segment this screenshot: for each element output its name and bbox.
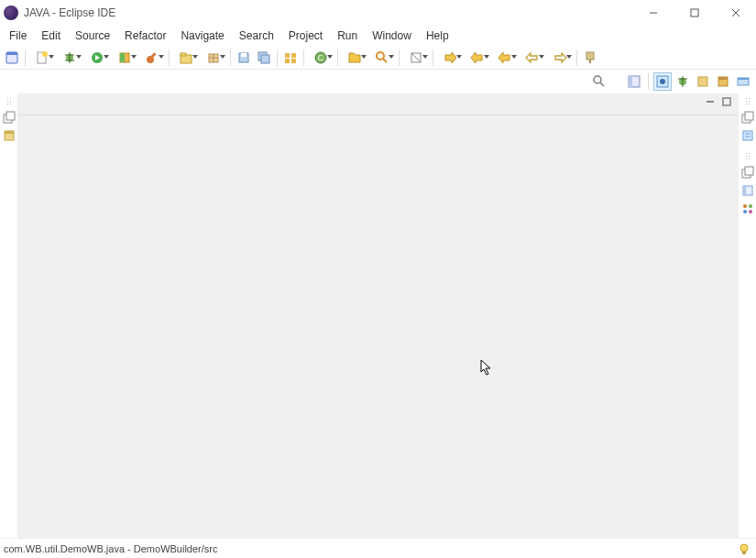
svg-rect-48 bbox=[698, 77, 707, 86]
perspective-bar bbox=[0, 70, 756, 93]
new-button[interactable] bbox=[29, 49, 55, 67]
toolbar-separator bbox=[337, 49, 338, 66]
back-button[interactable] bbox=[520, 49, 545, 67]
menu-source[interactable]: Source bbox=[68, 27, 117, 44]
quick-access-search-icon[interactable] bbox=[590, 72, 608, 91]
toolbar-separator bbox=[576, 49, 577, 66]
new-java-project-button[interactable] bbox=[173, 49, 199, 67]
svg-point-72 bbox=[740, 544, 748, 552]
svg-point-68 bbox=[743, 204, 747, 208]
menu-file[interactable]: File bbox=[2, 27, 34, 44]
maximize-view-icon[interactable] bbox=[721, 96, 734, 109]
search-button[interactable] bbox=[369, 49, 395, 67]
svg-rect-54 bbox=[6, 112, 15, 120]
minimize-button[interactable] bbox=[632, 0, 674, 26]
toolbar-separator bbox=[25, 49, 26, 66]
menu-help[interactable]: Help bbox=[419, 27, 456, 44]
previous-annotation-button[interactable] bbox=[465, 49, 490, 67]
open-task-button[interactable] bbox=[342, 49, 367, 67]
svg-rect-60 bbox=[745, 112, 753, 120]
svg-rect-19 bbox=[181, 53, 186, 56]
toggle-ant-mark-button[interactable] bbox=[403, 49, 429, 67]
svg-rect-24 bbox=[241, 53, 247, 57]
restore-view-icon[interactable] bbox=[740, 110, 755, 125]
svg-rect-58 bbox=[723, 98, 730, 105]
toolbar-separator bbox=[399, 49, 400, 66]
forward-button[interactable] bbox=[547, 49, 573, 67]
debug-perspective-button[interactable] bbox=[674, 72, 692, 91]
svg-rect-28 bbox=[291, 53, 296, 58]
save-button[interactable] bbox=[235, 49, 253, 67]
svg-rect-52 bbox=[738, 78, 749, 80]
svg-line-40 bbox=[600, 82, 604, 86]
open-perspective-icon[interactable] bbox=[625, 72, 643, 91]
svg-point-33 bbox=[377, 52, 384, 60]
statusbar: com.WB.util.DemoWB.java - DemoWBuilder/s… bbox=[0, 538, 756, 558]
svg-rect-37 bbox=[586, 52, 594, 60]
status-text: com.WB.util.DemoWB.java - DemoWBuilder/s… bbox=[4, 543, 218, 554]
svg-text:C: C bbox=[318, 53, 324, 62]
svg-rect-73 bbox=[742, 552, 746, 554]
resource-perspective-button[interactable] bbox=[714, 72, 732, 91]
svg-line-36 bbox=[411, 53, 421, 62]
drag-handle-icon[interactable] bbox=[745, 97, 751, 106]
svg-point-7 bbox=[42, 51, 48, 57]
editor-body[interactable] bbox=[18, 115, 738, 556]
svg-point-69 bbox=[749, 204, 752, 208]
open-type-button[interactable] bbox=[281, 49, 300, 67]
tip-icon[interactable] bbox=[738, 542, 751, 555]
next-annotation-button[interactable] bbox=[437, 49, 463, 67]
task-list-min-icon[interactable] bbox=[740, 128, 755, 143]
menu-run[interactable]: Run bbox=[330, 27, 365, 44]
restore-view-icon[interactable] bbox=[740, 165, 755, 180]
structure-min-icon[interactable] bbox=[740, 202, 755, 216]
pin-editor-button[interactable] bbox=[581, 49, 599, 67]
svg-point-39 bbox=[594, 76, 601, 83]
run-last-tool-button[interactable] bbox=[139, 49, 165, 67]
menubar: File Edit Source Refactor Navigate Searc… bbox=[0, 26, 756, 46]
maximize-button[interactable] bbox=[674, 0, 715, 26]
new-java-package-button[interactable] bbox=[201, 49, 226, 67]
menu-edit[interactable]: Edit bbox=[34, 27, 68, 44]
debug-button[interactable] bbox=[57, 49, 82, 67]
outline-min-icon[interactable] bbox=[740, 183, 755, 198]
save-all-button[interactable] bbox=[255, 49, 273, 67]
svg-rect-27 bbox=[285, 53, 290, 58]
package-explorer-min-icon[interactable] bbox=[2, 128, 16, 143]
toolbar-separator bbox=[648, 73, 649, 90]
svg-rect-30 bbox=[291, 59, 296, 63]
editor-tabstrip bbox=[18, 93, 738, 115]
svg-rect-5 bbox=[6, 52, 17, 55]
window-controls bbox=[632, 0, 756, 26]
eclipse-icon bbox=[4, 5, 18, 20]
minimize-view-icon[interactable] bbox=[705, 96, 718, 109]
restore-view-icon[interactable] bbox=[2, 110, 16, 125]
svg-rect-26 bbox=[261, 55, 269, 63]
menu-search[interactable]: Search bbox=[232, 27, 281, 44]
menu-refactor[interactable]: Refactor bbox=[117, 27, 173, 44]
svg-rect-42 bbox=[629, 76, 632, 87]
drag-handle-icon[interactable] bbox=[745, 152, 751, 161]
java-perspective-button[interactable] bbox=[653, 72, 672, 91]
svg-point-44 bbox=[660, 79, 665, 84]
window-title: JAVA - Eclipse IDE bbox=[24, 6, 115, 19]
toolbar-separator bbox=[230, 49, 231, 66]
javaee-perspective-button[interactable] bbox=[734, 72, 752, 91]
drag-handle-icon[interactable] bbox=[6, 97, 12, 106]
open-perspective-button[interactable] bbox=[3, 49, 21, 67]
close-button[interactable] bbox=[715, 0, 756, 26]
new-class-button[interactable]: C bbox=[308, 49, 334, 67]
team-sync-perspective-button[interactable] bbox=[694, 72, 712, 91]
svg-rect-56 bbox=[5, 131, 14, 134]
menu-window[interactable]: Window bbox=[365, 27, 419, 44]
main-toolbar: C bbox=[0, 46, 756, 70]
menu-navigate[interactable]: Navigate bbox=[173, 27, 231, 44]
toolbar-separator bbox=[277, 49, 278, 66]
last-edit-button[interactable] bbox=[492, 49, 518, 67]
workarea bbox=[0, 93, 756, 556]
svg-rect-1 bbox=[691, 9, 698, 16]
svg-rect-65 bbox=[745, 167, 753, 175]
menu-project[interactable]: Project bbox=[281, 27, 330, 44]
run-button[interactable] bbox=[84, 49, 110, 67]
coverage-button[interactable] bbox=[112, 49, 137, 67]
